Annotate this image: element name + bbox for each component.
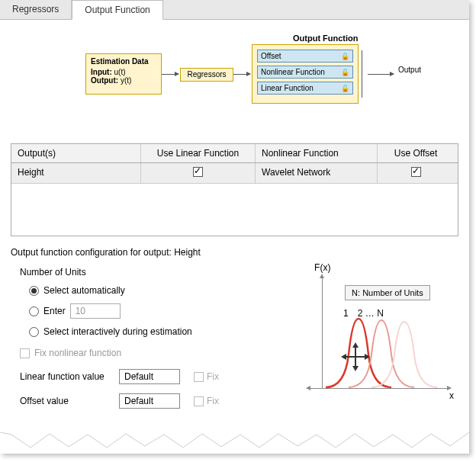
col-nonlinear: Nonlinear Function (256, 144, 378, 162)
fx-label: F(x) (314, 262, 330, 273)
torn-edge-icon (0, 432, 469, 454)
arrow-icon (368, 74, 394, 75)
units-group-title: Number of Units (20, 267, 284, 278)
units-input[interactable] (70, 303, 121, 319)
output-val: y(t) (121, 76, 131, 85)
linear-value-label: Linear function value (20, 371, 111, 382)
fix-nonlinear-label: Fix nonlinear function (34, 348, 121, 358)
svg-marker-4 (341, 354, 346, 360)
tab-bar: Regressors Output Function (0, 0, 469, 20)
sum-bar (362, 50, 362, 98)
content-area: Output Function Estimation Data Input: u… (0, 20, 469, 425)
use-offset-checkbox[interactable] (411, 167, 421, 177)
cell-nonlinear[interactable]: Wavelet Network (256, 163, 378, 183)
arrow-icon (233, 74, 250, 75)
col-outputs: Output(s) (11, 144, 141, 162)
n-caption-box: N: Number of Units (345, 285, 430, 300)
unlock-icon: 🔓 (341, 53, 349, 60)
diagram-ofn-title: Output Function (293, 34, 359, 43)
radio-enter[interactable] (29, 306, 39, 316)
svg-marker-5 (365, 354, 370, 360)
move-arrows-icon (340, 342, 371, 372)
arrow-icon (162, 74, 178, 75)
output-label: Output: (91, 76, 118, 85)
linear-value-row: Linear function value Fix (20, 369, 284, 384)
linear-fix-label: Fix (207, 371, 219, 382)
output-label: Output (398, 66, 421, 74)
tab-regressors[interactable]: Regressors (0, 0, 72, 19)
radio-interactive[interactable] (29, 327, 39, 337)
table-header: Output(s) Use Linear Function Nonlinear … (11, 144, 458, 163)
config-area: Number of Units Select automatically Ent… (11, 267, 458, 418)
regressors-box: Regressors (180, 68, 233, 82)
outputs-table: Output(s) Use Linear Function Nonlinear … (11, 143, 458, 236)
nonlinear-label: Nonlinear Function (261, 68, 325, 76)
use-linear-checkbox[interactable] (193, 167, 203, 177)
config-label: Output function configuration for output… (11, 247, 458, 258)
nonlinear-block: Nonlinear Function🔓 (257, 66, 353, 79)
offset-label: Offset (261, 52, 281, 60)
offset-block: Offset🔓 (257, 50, 353, 63)
units-plot: F(x) x N: Number of Units 1 2 … N (299, 267, 458, 404)
svg-marker-1 (352, 342, 359, 348)
offset-fix-label: Fix (207, 396, 219, 406)
block-diagram: Output Function Estimation Data Input: u… (11, 32, 458, 131)
svg-marker-2 (352, 366, 359, 371)
col-use-linear: Use Linear Function (141, 144, 256, 162)
table-body-empty (11, 184, 458, 236)
radio-auto-row[interactable]: Select automatically (29, 285, 284, 296)
fix-nonlinear-row: Fix nonlinear function (20, 348, 284, 358)
table-row[interactable]: Height Wavelet Network (11, 163, 458, 184)
tab-output-function[interactable]: Output Function (72, 0, 162, 20)
col-use-offset: Use Offset (378, 144, 454, 162)
offset-value-input[interactable] (119, 393, 180, 409)
radio-enter-row[interactable]: Enter (29, 303, 284, 319)
cell-output: Height (11, 163, 141, 183)
panel: Regressors Output Function Output Functi… (0, 0, 469, 454)
fix-nonlinear-checkbox (20, 348, 30, 358)
radio-enter-label: Enter (43, 306, 66, 316)
offset-value-row: Offset value Fix (20, 393, 284, 409)
input-label: Input: (91, 68, 112, 76)
output-function-group: Offset🔓 Nonlinear Function🔓 Linear Funct… (252, 44, 359, 104)
offset-fix-checkbox (194, 396, 204, 406)
linear-value-input[interactable] (119, 369, 180, 384)
linear-label: Linear Function (261, 84, 314, 92)
x-label: x (449, 390, 454, 401)
radio-interactive-label: Select interactively during estimation (43, 326, 192, 337)
offset-value-label: Offset value (20, 396, 111, 406)
config-left: Number of Units Select automatically Ent… (11, 267, 284, 418)
linear-fix-checkbox (194, 372, 204, 382)
radio-auto-label: Select automatically (43, 285, 125, 296)
unlock-icon: 🔓 (341, 69, 349, 76)
linear-block: Linear Function🔓 (257, 82, 353, 95)
input-val: u(t) (114, 68, 126, 76)
estimation-data-box: Estimation Data Input: u(t) Output: y(t) (85, 53, 162, 95)
est-title: Estimation Data (91, 57, 156, 66)
unlock-icon: 🔓 (341, 85, 349, 92)
radio-auto[interactable] (29, 286, 39, 296)
radio-interactive-row[interactable]: Select interactively during estimation (29, 326, 284, 337)
